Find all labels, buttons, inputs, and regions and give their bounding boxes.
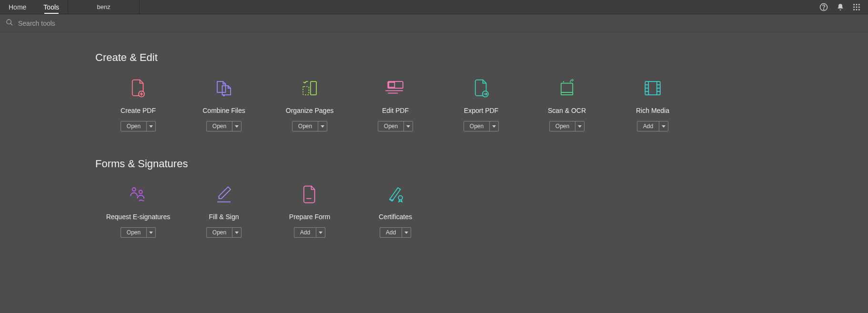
- section-title-create-edit: Create & Edit: [95, 51, 868, 64]
- tool-label: Request E-signatures: [106, 213, 171, 221]
- open-button[interactable]: Open: [207, 121, 232, 131]
- tool-label: Export PDF: [464, 107, 498, 114]
- svg-rect-5: [853, 6, 855, 8]
- svg-rect-17: [303, 87, 309, 95]
- tool-prepare-form[interactable]: Prepare Form Add: [267, 184, 353, 238]
- help-icon[interactable]: [819, 3, 828, 11]
- tool-label: Rich Media: [636, 107, 669, 114]
- dropdown-button[interactable]: [490, 121, 498, 131]
- create-pdf-icon: [128, 78, 148, 98]
- tool-create-pdf[interactable]: Create PDF Open: [95, 78, 181, 131]
- combine-files-icon: [214, 78, 234, 98]
- svg-rect-3: [856, 4, 858, 5]
- dropdown-button[interactable]: [232, 228, 241, 237]
- fill-sign-icon: [214, 184, 234, 204]
- svg-point-38: [398, 196, 403, 200]
- open-button[interactable]: Open: [464, 121, 490, 131]
- open-button[interactable]: Open: [378, 121, 404, 131]
- section-create-edit: Create PDF Open Combine Files Open Organ…: [95, 78, 868, 131]
- dropdown-button[interactable]: [232, 121, 241, 131]
- dropdown-button[interactable]: [575, 121, 584, 131]
- tool-scan-ocr[interactable]: Scan & OCR Open: [524, 78, 610, 131]
- tool-label: Combine Files: [202, 107, 245, 114]
- tool-export-pdf[interactable]: Export PDF Open: [438, 78, 524, 131]
- tool-label: Certificates: [379, 213, 412, 221]
- open-button[interactable]: Open: [293, 121, 318, 131]
- svg-rect-19: [389, 82, 394, 88]
- dropdown-button[interactable]: [316, 228, 325, 237]
- edit-pdf-icon: [385, 78, 405, 98]
- svg-rect-2: [853, 4, 855, 5]
- add-button[interactable]: Add: [637, 121, 659, 131]
- svg-point-11: [7, 20, 11, 24]
- svg-rect-9: [856, 9, 858, 10]
- add-button[interactable]: Add: [380, 228, 402, 237]
- request-esignatures-icon: [128, 184, 148, 204]
- section-title-forms-signatures: Forms & Signatures: [95, 158, 868, 170]
- bell-icon[interactable]: [837, 3, 844, 11]
- dropdown-button[interactable]: [147, 228, 155, 237]
- svg-rect-8: [853, 9, 855, 10]
- svg-line-12: [10, 23, 12, 25]
- tool-edit-pdf[interactable]: Edit PDF Open: [353, 78, 438, 131]
- tab-home[interactable]: Home: [0, 0, 35, 14]
- dropdown-button[interactable]: [659, 121, 668, 131]
- tool-label: Fill & Sign: [209, 213, 239, 221]
- tool-label: Create PDF: [121, 107, 156, 114]
- tool-rich-media[interactable]: Rich Media Add: [610, 78, 696, 131]
- prepare-form-icon: [300, 184, 320, 204]
- dropdown-button[interactable]: [402, 228, 411, 237]
- tools-content: Create & Edit Create PDF Open Combine Fi…: [0, 32, 868, 238]
- scan-ocr-icon: [557, 78, 577, 98]
- svg-point-1: [823, 9, 824, 9]
- certificates-icon: [385, 184, 405, 204]
- svg-rect-6: [856, 6, 858, 8]
- search-icon: [6, 19, 13, 28]
- tool-fill-sign[interactable]: Fill & Sign Open: [181, 184, 267, 238]
- rich-media-icon: [643, 78, 663, 98]
- section-forms-signatures: Request E-signatures Open Fill & Sign Op…: [95, 184, 868, 238]
- search-bar: [0, 14, 868, 32]
- open-button[interactable]: Open: [121, 228, 147, 237]
- document-tab-benz[interactable]: benz: [68, 0, 140, 14]
- tool-organize-pages[interactable]: Organize Pages Open: [267, 78, 353, 131]
- svg-point-34: [132, 188, 136, 191]
- organize-pages-icon: [300, 78, 320, 98]
- tool-label: Edit PDF: [382, 107, 409, 114]
- open-button[interactable]: Open: [121, 121, 147, 131]
- tool-label: Organize Pages: [286, 107, 333, 114]
- tool-certificates[interactable]: Certificates Add: [353, 184, 438, 238]
- dropdown-button[interactable]: [147, 121, 155, 131]
- svg-rect-7: [858, 6, 860, 8]
- svg-rect-4: [858, 4, 860, 5]
- tab-tools[interactable]: Tools: [35, 0, 68, 14]
- dropdown-button[interactable]: [318, 121, 327, 131]
- tool-label: Prepare Form: [289, 213, 330, 221]
- svg-rect-10: [858, 9, 860, 10]
- add-button[interactable]: Add: [294, 228, 316, 237]
- apps-grid-icon[interactable]: [853, 3, 860, 11]
- export-pdf-icon: [471, 78, 491, 98]
- svg-point-35: [139, 190, 142, 193]
- open-button[interactable]: Open: [207, 228, 232, 237]
- search-input[interactable]: [18, 20, 161, 27]
- svg-rect-16: [311, 81, 316, 95]
- tool-label: Scan & OCR: [548, 107, 586, 114]
- topbar: Home Tools benz: [0, 0, 868, 14]
- svg-rect-23: [561, 83, 573, 92]
- open-button[interactable]: Open: [550, 121, 575, 131]
- tool-combine-files[interactable]: Combine Files Open: [181, 78, 267, 131]
- tool-request-esignatures[interactable]: Request E-signatures Open: [95, 184, 181, 238]
- dropdown-button[interactable]: [404, 121, 413, 131]
- svg-rect-24: [561, 92, 573, 95]
